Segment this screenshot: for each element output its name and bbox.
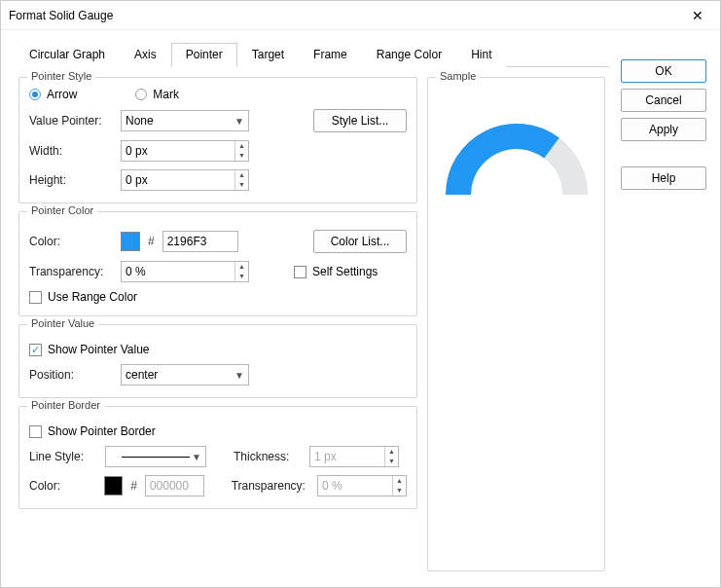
show-pointer-border-checkbox[interactable]: Show Pointer Border [29, 424, 156, 438]
height-spinner[interactable]: 0 px ▲▼ [121, 169, 249, 191]
tab-strip: Circular Graph Axis Pointer Target Frame… [15, 42, 609, 67]
position-select[interactable]: center ▼ [121, 364, 249, 386]
transparency-spinner[interactable]: 0 % ▲▼ [121, 261, 249, 282]
chevron-down-icon: ▼ [234, 116, 244, 127]
checkbox-icon [29, 291, 42, 304]
apply-button[interactable]: Apply [621, 118, 706, 141]
spin-up-icon[interactable]: ▲ [393, 476, 406, 486]
radio-mark-label: Mark [153, 88, 179, 101]
spin-down-icon[interactable]: ▼ [235, 180, 248, 190]
dialog-window: Format Solid Gauge ✕ Circular Graph Axis… [0, 0, 721, 588]
tab-range-color[interactable]: Range Color [362, 43, 456, 67]
thickness-value: 1 px [314, 450, 337, 463]
show-pointer-value-checkbox[interactable]: Show Pointer Value [29, 343, 150, 356]
checkbox-icon [29, 344, 42, 356]
border-color-hex-input[interactable]: 000000 [145, 475, 204, 496]
spin-up-icon[interactable]: ▲ [235, 170, 248, 180]
spin-up-icon[interactable]: ▲ [235, 141, 248, 151]
position-value: center [126, 368, 158, 382]
transparency-label: Transparency: [29, 265, 113, 278]
hash-symbol: # [130, 479, 137, 493]
self-settings-label: Self Settings [312, 265, 378, 278]
pointer-color-group: Pointer Color Color: # 2196F3 Color List… [18, 211, 417, 316]
spin-down-icon[interactable]: ▼ [385, 457, 398, 466]
pointer-color-legend: Pointer Color [27, 204, 97, 216]
thickness-spinner[interactable]: 1 px ▲▼ [309, 446, 399, 467]
sample-group: Sample [427, 77, 605, 571]
sample-legend: Sample [436, 70, 480, 82]
pointer-value-legend: Pointer Value [27, 317, 98, 329]
tab-hint[interactable]: Hint [456, 43, 506, 67]
spin-up-icon[interactable]: ▲ [235, 262, 248, 272]
transparency-value: 0 % [126, 265, 146, 278]
pointer-value-group: Pointer Value Show Pointer Value Positio… [18, 324, 417, 398]
show-pointer-border-label: Show Pointer Border [48, 424, 156, 438]
tab-axis[interactable]: Axis [120, 43, 171, 67]
radio-dot-icon [135, 89, 147, 100]
color-hex-value: 2196F3 [167, 235, 207, 248]
line-style-label: Line Style: [29, 450, 97, 463]
tab-pointer[interactable]: Pointer [171, 43, 237, 67]
style-list-button[interactable]: Style List... [313, 109, 407, 132]
chevron-down-icon: ▼ [234, 370, 244, 381]
hash-symbol: # [148, 235, 155, 248]
radio-arrow-label: Arrow [47, 88, 77, 101]
value-pointer-label: Value Pointer: [29, 114, 113, 128]
radio-mark[interactable]: Mark [135, 88, 179, 101]
window-title: Format Solid Gauge [9, 9, 683, 22]
radio-dot-icon [29, 89, 41, 100]
spin-down-icon[interactable]: ▼ [235, 151, 248, 161]
use-range-color-label: Use Range Color [48, 290, 137, 304]
chevron-down-icon: ▼ [192, 452, 201, 462]
border-transparency-label: Transparency: [232, 479, 309, 493]
spin-down-icon[interactable]: ▼ [235, 272, 248, 281]
border-transparency-value: 0 % [322, 479, 342, 493]
width-spinner[interactable]: 0 px ▲▼ [121, 140, 249, 162]
position-label: Position: [29, 368, 113, 382]
pointer-border-group: Pointer Border Show Pointer Border Line … [18, 406, 417, 509]
pointer-border-legend: Pointer Border [27, 399, 104, 411]
pointer-style-group: Pointer Style Arrow Mark [18, 77, 417, 203]
spin-down-icon[interactable]: ▼ [393, 486, 406, 496]
checkbox-icon [29, 425, 42, 438]
value-pointer-select[interactable]: None ▼ [121, 110, 249, 131]
value-pointer-value: None [126, 114, 154, 128]
thickness-label: Thickness: [234, 450, 302, 463]
close-button[interactable]: ✕ [683, 8, 712, 23]
gauge-preview [439, 107, 595, 263]
help-button[interactable]: Help [621, 166, 706, 190]
titlebar: Format Solid Gauge ✕ [1, 1, 720, 30]
tab-target[interactable]: Target [237, 43, 299, 67]
use-range-color-checkbox[interactable]: Use Range Color [29, 290, 137, 304]
color-swatch[interactable] [121, 232, 140, 251]
cancel-button[interactable]: Cancel [621, 89, 706, 112]
border-color-hex-value: 000000 [150, 479, 189, 493]
tab-frame[interactable]: Frame [299, 43, 362, 67]
border-transparency-spinner[interactable]: 0 % ▲▼ [317, 475, 407, 496]
pointer-style-legend: Pointer Style [27, 70, 95, 82]
self-settings-checkbox[interactable]: Self Settings [294, 265, 378, 278]
color-hex-input[interactable]: 2196F3 [162, 231, 238, 252]
spin-up-icon[interactable]: ▲ [385, 447, 398, 457]
color-list-button[interactable]: Color List... [313, 230, 407, 253]
height-label: Height: [29, 173, 113, 187]
color-label: Color: [29, 235, 113, 248]
height-value: 0 px [126, 173, 148, 187]
checkbox-icon [294, 266, 306, 278]
radio-arrow[interactable]: Arrow [29, 88, 77, 101]
border-color-swatch[interactable] [104, 476, 124, 496]
line-style-select[interactable]: ▼ [105, 446, 206, 467]
width-value: 0 px [126, 144, 148, 158]
line-preview-icon [122, 457, 190, 458]
border-color-label: Color: [29, 479, 96, 493]
width-label: Width: [29, 144, 113, 158]
show-pointer-value-label: Show Pointer Value [48, 343, 150, 356]
tab-circular-graph[interactable]: Circular Graph [15, 43, 120, 67]
ok-button[interactable]: OK [621, 59, 706, 83]
